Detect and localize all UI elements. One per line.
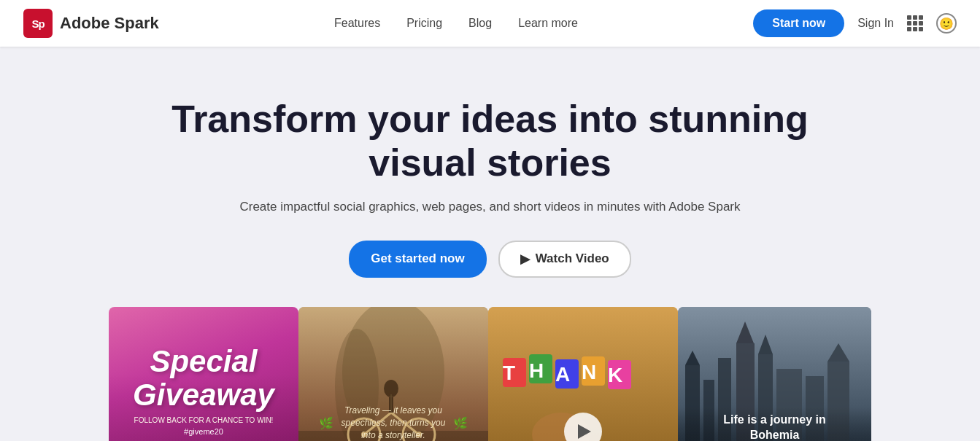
hero-headline: Transform your ideas into stunning visua… [162,98,819,185]
hero-section: Transform your ideas into stunning visua… [0,47,980,441]
preview-card-bicycle[interactable]: 🌿 Traveling — it leaves you speechless, … [298,307,488,441]
svg-text:H: H [529,359,544,382]
preview-card-thankyou[interactable]: T H A N K [488,307,678,441]
logo-link[interactable]: Sp Adobe Spark [23,9,159,38]
svg-point-12 [384,380,398,397]
logo-icon: Sp [23,9,53,38]
bohemia-title: Life is a journey in Bohemia [698,413,851,441]
nav-links: Features Pricing Blog Learn more [334,17,578,30]
play-triangle-icon [578,424,591,439]
nav-blog[interactable]: Blog [468,17,492,29]
get-started-button[interactable]: Get started now [349,241,486,278]
account-icon[interactable]: 🙂 [936,13,957,34]
svg-text:K: K [608,364,622,386]
giveaway-sub: FOLLOW BACK FOR A CHANCE TO WIN! [133,416,274,424]
nav-features[interactable]: Features [334,17,380,29]
brand-name: Adobe Spark [60,14,159,33]
nav-learn-more[interactable]: Learn more [518,17,578,29]
preview-card-giveaway[interactable]: Special Giveaway FOLLOW BACK FOR A CHANC… [109,307,298,441]
preview-strip: Special Giveaway FOLLOW BACK FOR A CHANC… [15,307,965,441]
nav-right: Start now Sign In 🙂 [753,9,957,37]
app-grid-icon[interactable] [907,15,923,31]
start-now-button[interactable]: Start now [753,9,844,37]
play-button[interactable] [564,413,602,441]
bicycle-quote: Traveling — it leaves you speechless, th… [338,405,449,441]
preview-card-bohemia[interactable]: Life is a journey in Bohemia 2018/7/29 ~… [678,307,871,441]
nav-pricing[interactable]: Pricing [406,17,442,29]
giveaway-hashtag: #giveme20 [133,427,274,436]
navbar: Sp Adobe Spark Features Pricing Blog Lea… [0,0,980,47]
sign-in-link[interactable]: Sign In [857,17,894,30]
giveaway-title: Special Giveaway [133,345,274,412]
play-icon: ▶ [520,251,530,267]
hero-buttons: Get started now ▶ Watch Video [15,241,965,278]
svg-text:T: T [503,362,515,384]
watch-video-button[interactable]: ▶ Watch Video [498,241,631,278]
watch-video-label: Watch Video [536,251,609,266]
hero-subheadline: Create impactful social graphics, web pa… [15,200,965,214]
